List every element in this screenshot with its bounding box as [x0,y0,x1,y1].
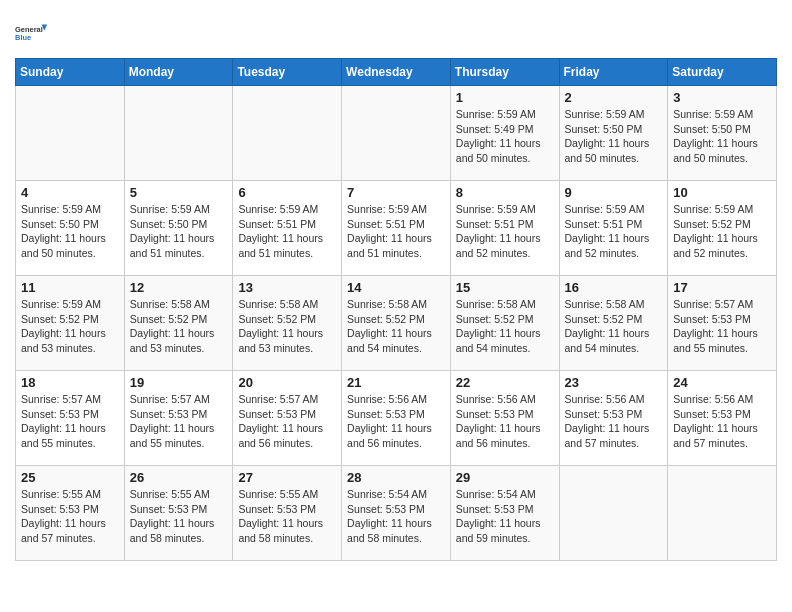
weekday-header-monday: Monday [124,59,233,86]
calendar-week-row: 25Sunrise: 5:55 AMSunset: 5:53 PMDayligh… [16,466,777,561]
calendar-week-row: 11Sunrise: 5:59 AMSunset: 5:52 PMDayligh… [16,276,777,371]
calendar-cell: 2Sunrise: 5:59 AMSunset: 5:50 PMDaylight… [559,86,668,181]
day-number: 7 [347,185,445,200]
logo: General Blue [15,18,47,50]
calendar-cell [668,466,777,561]
day-number: 2 [565,90,663,105]
svg-text:General: General [15,25,43,34]
day-number: 5 [130,185,228,200]
weekday-header-wednesday: Wednesday [342,59,451,86]
day-info: Sunrise: 5:57 AMSunset: 5:53 PMDaylight:… [238,392,336,451]
calendar-cell: 20Sunrise: 5:57 AMSunset: 5:53 PMDayligh… [233,371,342,466]
calendar-cell: 14Sunrise: 5:58 AMSunset: 5:52 PMDayligh… [342,276,451,371]
day-number: 15 [456,280,554,295]
calendar-cell: 3Sunrise: 5:59 AMSunset: 5:50 PMDaylight… [668,86,777,181]
calendar-table: SundayMondayTuesdayWednesdayThursdayFrid… [15,58,777,561]
calendar-cell: 13Sunrise: 5:58 AMSunset: 5:52 PMDayligh… [233,276,342,371]
day-info: Sunrise: 5:59 AMSunset: 5:50 PMDaylight:… [673,107,771,166]
day-number: 20 [238,375,336,390]
logo-svg: General Blue [15,18,47,50]
day-number: 18 [21,375,119,390]
day-number: 3 [673,90,771,105]
day-info: Sunrise: 5:56 AMSunset: 5:53 PMDaylight:… [673,392,771,451]
calendar-cell [233,86,342,181]
day-number: 29 [456,470,554,485]
calendar-cell: 29Sunrise: 5:54 AMSunset: 5:53 PMDayligh… [450,466,559,561]
day-info: Sunrise: 5:59 AMSunset: 5:50 PMDaylight:… [130,202,228,261]
day-info: Sunrise: 5:58 AMSunset: 5:52 PMDaylight:… [130,297,228,356]
weekday-header-thursday: Thursday [450,59,559,86]
calendar-cell: 17Sunrise: 5:57 AMSunset: 5:53 PMDayligh… [668,276,777,371]
day-number: 19 [130,375,228,390]
day-number: 24 [673,375,771,390]
day-info: Sunrise: 5:59 AMSunset: 5:51 PMDaylight:… [565,202,663,261]
calendar-cell: 23Sunrise: 5:56 AMSunset: 5:53 PMDayligh… [559,371,668,466]
calendar-cell: 21Sunrise: 5:56 AMSunset: 5:53 PMDayligh… [342,371,451,466]
calendar-cell: 6Sunrise: 5:59 AMSunset: 5:51 PMDaylight… [233,181,342,276]
calendar-cell: 16Sunrise: 5:58 AMSunset: 5:52 PMDayligh… [559,276,668,371]
day-info: Sunrise: 5:59 AMSunset: 5:50 PMDaylight:… [21,202,119,261]
day-info: Sunrise: 5:58 AMSunset: 5:52 PMDaylight:… [347,297,445,356]
calendar-cell: 26Sunrise: 5:55 AMSunset: 5:53 PMDayligh… [124,466,233,561]
page-header: General Blue [15,10,777,50]
day-number: 14 [347,280,445,295]
day-info: Sunrise: 5:57 AMSunset: 5:53 PMDaylight:… [130,392,228,451]
day-number: 10 [673,185,771,200]
day-number: 1 [456,90,554,105]
day-number: 4 [21,185,119,200]
day-info: Sunrise: 5:59 AMSunset: 5:52 PMDaylight:… [673,202,771,261]
calendar-cell: 5Sunrise: 5:59 AMSunset: 5:50 PMDaylight… [124,181,233,276]
day-number: 6 [238,185,336,200]
calendar-cell: 10Sunrise: 5:59 AMSunset: 5:52 PMDayligh… [668,181,777,276]
day-info: Sunrise: 5:55 AMSunset: 5:53 PMDaylight:… [130,487,228,546]
weekday-header-sunday: Sunday [16,59,125,86]
day-info: Sunrise: 5:59 AMSunset: 5:51 PMDaylight:… [238,202,336,261]
day-info: Sunrise: 5:56 AMSunset: 5:53 PMDaylight:… [565,392,663,451]
day-number: 23 [565,375,663,390]
calendar-cell: 15Sunrise: 5:58 AMSunset: 5:52 PMDayligh… [450,276,559,371]
day-number: 27 [238,470,336,485]
day-info: Sunrise: 5:56 AMSunset: 5:53 PMDaylight:… [456,392,554,451]
day-number: 25 [21,470,119,485]
day-info: Sunrise: 5:59 AMSunset: 5:50 PMDaylight:… [565,107,663,166]
calendar-cell: 27Sunrise: 5:55 AMSunset: 5:53 PMDayligh… [233,466,342,561]
day-info: Sunrise: 5:57 AMSunset: 5:53 PMDaylight:… [21,392,119,451]
svg-text:Blue: Blue [15,33,31,42]
calendar-cell: 4Sunrise: 5:59 AMSunset: 5:50 PMDaylight… [16,181,125,276]
day-number: 8 [456,185,554,200]
calendar-cell [559,466,668,561]
calendar-cell [342,86,451,181]
day-number: 28 [347,470,445,485]
calendar-cell [16,86,125,181]
day-info: Sunrise: 5:56 AMSunset: 5:53 PMDaylight:… [347,392,445,451]
calendar-week-row: 4Sunrise: 5:59 AMSunset: 5:50 PMDaylight… [16,181,777,276]
day-info: Sunrise: 5:55 AMSunset: 5:53 PMDaylight:… [238,487,336,546]
day-number: 9 [565,185,663,200]
day-info: Sunrise: 5:58 AMSunset: 5:52 PMDaylight:… [238,297,336,356]
calendar-cell: 18Sunrise: 5:57 AMSunset: 5:53 PMDayligh… [16,371,125,466]
calendar-cell: 11Sunrise: 5:59 AMSunset: 5:52 PMDayligh… [16,276,125,371]
calendar-cell: 19Sunrise: 5:57 AMSunset: 5:53 PMDayligh… [124,371,233,466]
day-info: Sunrise: 5:54 AMSunset: 5:53 PMDaylight:… [347,487,445,546]
weekday-header-saturday: Saturday [668,59,777,86]
day-number: 22 [456,375,554,390]
calendar-cell: 25Sunrise: 5:55 AMSunset: 5:53 PMDayligh… [16,466,125,561]
day-info: Sunrise: 5:59 AMSunset: 5:51 PMDaylight:… [347,202,445,261]
day-number: 11 [21,280,119,295]
day-info: Sunrise: 5:59 AMSunset: 5:51 PMDaylight:… [456,202,554,261]
calendar-week-row: 18Sunrise: 5:57 AMSunset: 5:53 PMDayligh… [16,371,777,466]
day-info: Sunrise: 5:59 AMSunset: 5:52 PMDaylight:… [21,297,119,356]
day-number: 16 [565,280,663,295]
day-number: 26 [130,470,228,485]
weekday-header-tuesday: Tuesday [233,59,342,86]
calendar-cell: 9Sunrise: 5:59 AMSunset: 5:51 PMDaylight… [559,181,668,276]
calendar-cell: 22Sunrise: 5:56 AMSunset: 5:53 PMDayligh… [450,371,559,466]
calendar-header-row: SundayMondayTuesdayWednesdayThursdayFrid… [16,59,777,86]
calendar-cell: 24Sunrise: 5:56 AMSunset: 5:53 PMDayligh… [668,371,777,466]
calendar-cell: 7Sunrise: 5:59 AMSunset: 5:51 PMDaylight… [342,181,451,276]
day-info: Sunrise: 5:55 AMSunset: 5:53 PMDaylight:… [21,487,119,546]
day-number: 17 [673,280,771,295]
day-info: Sunrise: 5:58 AMSunset: 5:52 PMDaylight:… [456,297,554,356]
calendar-cell: 12Sunrise: 5:58 AMSunset: 5:52 PMDayligh… [124,276,233,371]
calendar-week-row: 1Sunrise: 5:59 AMSunset: 5:49 PMDaylight… [16,86,777,181]
